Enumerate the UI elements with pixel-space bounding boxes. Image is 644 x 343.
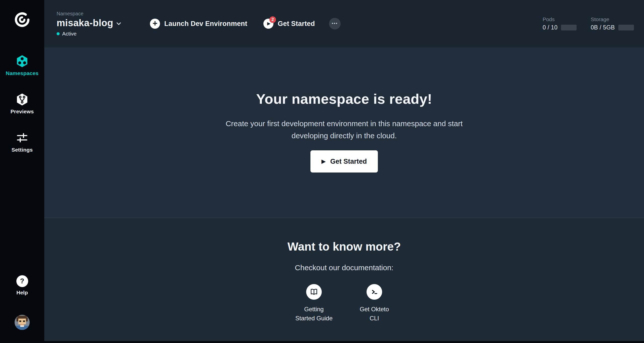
sidebar-item-label: Previews xyxy=(11,109,34,115)
cli-icon xyxy=(367,284,382,300)
help-label: Help xyxy=(16,290,28,296)
page-title: Your namespace is ready! xyxy=(256,91,432,107)
book-icon xyxy=(306,284,322,300)
launch-dev-environment-button[interactable]: + Launch Dev Environment xyxy=(150,19,247,29)
user-avatar[interactable] xyxy=(15,315,30,330)
storage-label: Storage xyxy=(591,16,634,22)
more-options-button[interactable]: ••• xyxy=(329,18,341,29)
previews-icon xyxy=(16,93,29,106)
doc-link-label: Getting Started Guide xyxy=(294,305,334,323)
notification-badge: 2 xyxy=(269,16,276,23)
status-text: Active xyxy=(62,31,76,37)
docs-title: Want to know more? xyxy=(288,240,401,253)
namespace-name: misaka-blog xyxy=(57,18,113,28)
sidebar-item-help[interactable]: ? Help xyxy=(16,275,28,296)
get-started-label: Get Started xyxy=(278,20,315,28)
doc-links: Getting Started Guide Get Okteto CLI xyxy=(294,284,394,323)
get-started-header-button[interactable]: ▶ 2 Get Started xyxy=(263,19,315,29)
settings-icon xyxy=(16,131,29,144)
launch-label: Launch Dev Environment xyxy=(164,20,247,28)
get-started-button[interactable]: ▶ Get Started xyxy=(310,150,378,173)
okteto-dashboard: Namespaces Previews xyxy=(0,0,644,343)
docs-subtitle: Checkout our documentation: xyxy=(295,263,393,272)
pods-meter xyxy=(561,25,577,30)
main-content: Namespace misaka-blog Active + Launch De… xyxy=(44,0,644,343)
hero-section: Your namespace is ready! Create your fir… xyxy=(44,47,644,218)
storage-value: 0B / 5GB xyxy=(591,24,615,31)
play-icon: ▶ 2 xyxy=(263,19,273,29)
sidebar-item-label: Namespaces xyxy=(6,70,38,76)
open-book-glyph xyxy=(309,287,318,296)
get-okteto-cli-link[interactable]: Get Okteto CLI xyxy=(354,284,394,323)
chevron-down-icon xyxy=(115,20,122,27)
namespace-status: Active xyxy=(57,31,122,37)
getting-started-guide-link[interactable]: Getting Started Guide xyxy=(294,284,334,323)
okteto-logo-icon xyxy=(14,12,30,27)
pods-value: 0 / 10 xyxy=(543,24,557,31)
namespaces-icon xyxy=(16,55,29,68)
question-mark-glyph: ? xyxy=(20,277,24,285)
status-dot xyxy=(57,32,60,35)
topbar: Namespace misaka-blog Active + Launch De… xyxy=(44,0,644,47)
sidebar: Namespaces Previews xyxy=(0,0,44,343)
terminal-glyph xyxy=(370,287,379,296)
namespace-selector[interactable]: Namespace misaka-blog Active xyxy=(57,11,122,37)
docs-section: Want to know more? Checkout our document… xyxy=(44,218,644,341)
storage-meter xyxy=(618,25,634,30)
okteto-logo[interactable] xyxy=(14,12,30,27)
sidebar-item-label: Settings xyxy=(12,147,33,153)
avatar-image xyxy=(15,315,30,330)
pods-stat: Pods 0 / 10 xyxy=(543,16,577,31)
sidebar-item-settings[interactable]: Settings xyxy=(6,131,38,153)
plus-icon: + xyxy=(150,19,160,29)
sidebar-nav: Namespaces Previews xyxy=(6,55,38,153)
hero-subtitle: Create your first development environmen… xyxy=(223,118,465,142)
resource-stats: Pods 0 / 10 Storage 0B / 5GB xyxy=(543,16,634,31)
sidebar-item-previews[interactable]: Previews xyxy=(6,93,38,115)
bottom-edge xyxy=(44,341,644,343)
storage-stat: Storage 0B / 5GB xyxy=(591,16,634,31)
doc-link-label: Get Okteto CLI xyxy=(354,305,394,323)
sidebar-item-namespaces[interactable]: Namespaces xyxy=(6,55,38,76)
namespace-label: Namespace xyxy=(57,11,122,17)
cta-label: Get Started xyxy=(330,158,367,165)
help-icon: ? xyxy=(16,275,28,287)
pods-label: Pods xyxy=(543,16,577,22)
